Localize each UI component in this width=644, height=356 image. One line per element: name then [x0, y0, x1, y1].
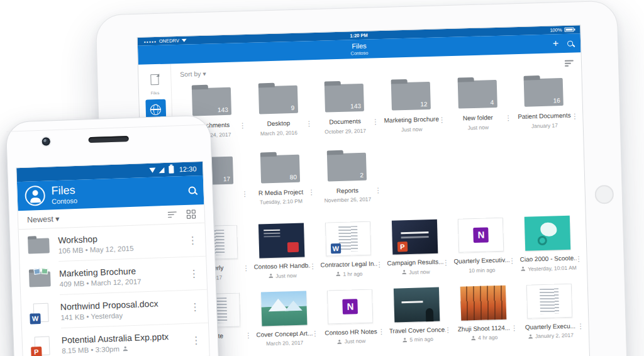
file-meta: 141 KB • Yesterday: [60, 309, 179, 321]
file-thumbnail: [525, 216, 570, 251]
file-name: Ciao 2000 - Scoote...: [520, 254, 577, 264]
file-name: Contoso HR Handb...: [253, 262, 310, 271]
file-date: 5 min ago: [389, 335, 446, 343]
file-tile[interactable]: Contoso HR Handb... Just now ⋮: [248, 223, 316, 279]
file-tile[interactable]: Travel Cover Conce... 5 min ago ⋮: [383, 287, 451, 343]
signal-dots-icon: ●●●●●: [144, 40, 157, 44]
list-view-icon[interactable]: [168, 211, 177, 218]
folder-count: 16: [553, 97, 560, 104]
file-tile[interactable]: Quarterly Execu... January 2, 2017 ⋮: [516, 283, 584, 340]
folder-date: October 29, 2017: [317, 127, 374, 135]
file-thumbnail: [260, 291, 306, 326]
shared-person-icon: [528, 333, 533, 339]
file-icon: [28, 267, 52, 291]
account-avatar[interactable]: [25, 186, 45, 206]
wifi-icon: [150, 168, 156, 173]
file-name: Contoso HR Notes: [323, 328, 379, 337]
file-thumbnail: W: [325, 221, 371, 257]
file-date: Yesterday, 10:01 AM: [520, 264, 577, 272]
sort-by-dropdown[interactable]: Sort by ▾: [180, 70, 206, 78]
view-options-icon[interactable]: [565, 60, 574, 67]
file-icon: W: [29, 301, 53, 324]
search-icon[interactable]: [567, 40, 573, 46]
scene: ●●●●● ONEDRV 1:20 PM 100% Files Contoso …: [0, 0, 644, 356]
folder-tile[interactable]: 4 New folder Just now ⋮: [443, 77, 511, 131]
file-date: Just now: [323, 337, 380, 345]
folder-name: R Media Project: [252, 188, 309, 197]
folder-date: March 20, 2016: [250, 129, 307, 136]
folder-icon: 12: [391, 82, 431, 111]
more-options-icon[interactable]: ⋮: [374, 187, 381, 194]
battery-icon: [564, 27, 574, 31]
folder-icon: [28, 238, 50, 253]
file-tile[interactable]: Zhuji Shoot 1124... 4 hr ago ⋮: [450, 285, 518, 342]
page-subtitle: Contoso: [52, 197, 77, 205]
folder-date: Just now: [450, 123, 506, 131]
file-date: 1 hr ago: [321, 270, 377, 278]
more-options-icon[interactable]: ⋮: [575, 255, 582, 262]
file-name: Travel Cover Conce...: [389, 326, 446, 335]
folder-icon: 4: [457, 80, 497, 109]
more-options-icon[interactable]: ⋮: [187, 334, 206, 347]
shared-person-icon: [470, 335, 476, 340]
file-thumbnail: [460, 285, 506, 320]
more-options-icon[interactable]: ⋮: [577, 323, 584, 330]
file-name: Quarterly Executiv...: [453, 256, 510, 265]
file-list-item[interactable]: P Potential Australia Exp.pptx 8.15 MB •…: [22, 323, 209, 356]
file-thumbnail: [526, 283, 572, 318]
shared-person-icon: [402, 337, 408, 343]
file-date: January 2, 2017: [522, 331, 579, 339]
file-tile[interactable]: Ciao 2000 - Scoote... Yesterday, 10:01 A…: [514, 215, 582, 272]
file-tile[interactable]: P Campaign Results... Just now ⋮: [381, 219, 449, 275]
more-options-icon[interactable]: ⋮: [185, 267, 203, 280]
folder-tile[interactable]: 143 Documents October 29, 2017 ⋮: [311, 81, 379, 135]
file-icon: P: [30, 334, 54, 356]
file-meta: 106 MB • May 12, 2015: [58, 243, 177, 255]
search-icon[interactable]: [188, 186, 196, 194]
shared-person-icon: [337, 338, 343, 344]
folder-tile[interactable]: 12 Marketing Brochure Just now ⋮: [377, 79, 445, 133]
tablet-home-button[interactable]: [594, 185, 614, 204]
cell-signal-icon: [159, 167, 165, 173]
grid-view-icon[interactable]: [187, 209, 196, 218]
file-name: Zhuji Shoot 1124...: [456, 324, 513, 333]
shared-person-icon: [268, 273, 274, 279]
folder-name: Marketing Brochure: [383, 115, 440, 125]
folder-name: Documents: [317, 117, 374, 126]
file-tile[interactable]: Cover Concept Art... March 20, 2017 ⋮: [250, 291, 318, 347]
file-type-badge: N: [474, 227, 489, 243]
folder-count: 4: [490, 99, 494, 106]
folder-tile[interactable]: 9 Desktop March 20, 2016 ⋮: [244, 82, 312, 136]
sidebar-item-icon: [145, 69, 165, 90]
file-type-badge: W: [30, 313, 41, 325]
folder-icon: 2: [327, 152, 367, 181]
file-tile[interactable]: W Contractor Legal In... 1 hr ago ⋮: [314, 221, 382, 277]
battery-percent-label: 100%: [550, 27, 562, 33]
file-type-badge: W: [331, 243, 341, 253]
folder-tile[interactable]: 16 Patient Documents January 17 ⋮: [510, 75, 578, 129]
add-button[interactable]: +: [553, 38, 559, 48]
folder-date: November 26, 2017: [319, 196, 376, 204]
file-grid-row-2: ...te ⋮: [184, 283, 584, 349]
sort-newest-dropdown[interactable]: Newest ▾: [27, 214, 60, 225]
wifi-icon: [182, 39, 187, 42]
more-options-icon[interactable]: ⋮: [571, 113, 578, 120]
sidebar-item[interactable]: Files: [141, 69, 169, 96]
folder-icon: 9: [258, 86, 297, 114]
page-title: Files: [51, 184, 77, 197]
phone-file-list: Workshop 106 MB • May 12, 2015 ⋮: [19, 223, 210, 356]
folder-icon: 143: [192, 87, 231, 116]
file-tile[interactable]: N Quarterly Executiv... 10 min ago ⋮: [448, 217, 516, 274]
shared-person-icon: [122, 345, 128, 352]
more-options-icon[interactable]: ⋮: [186, 301, 204, 313]
folder-name: Patient Documents: [516, 112, 573, 121]
file-date: Just now: [254, 272, 311, 280]
folder-tile[interactable]: 80 R Media Project Tuesday, 2:10 PM ⋮: [247, 152, 314, 206]
folder-count: 80: [290, 173, 297, 180]
folder-tile[interactable]: 2 Reports November 26, 2017 ⋮: [313, 150, 381, 204]
folder-date: Tuesday, 2:10 PM: [253, 197, 309, 206]
file-tile[interactable]: N Contoso HR Notes Just now ⋮: [316, 289, 384, 345]
file-name: Cover Concept Art...: [256, 330, 313, 339]
battery-icon: [169, 166, 174, 174]
more-options-icon[interactable]: ⋮: [184, 234, 202, 247]
